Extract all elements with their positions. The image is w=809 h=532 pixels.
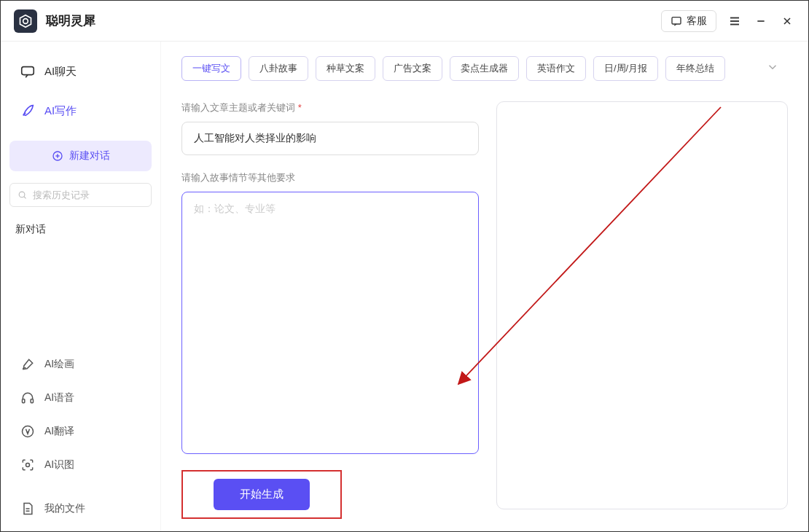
chevron-down-icon[interactable]	[757, 56, 788, 81]
new-chat-label: 新建对话	[69, 149, 110, 163]
translate-icon	[20, 423, 36, 439]
topic-label: 请输入文章主题或者关键词 *	[181, 101, 479, 114]
svg-point-1	[23, 18, 28, 23]
image-scan-icon	[20, 457, 36, 473]
sidebar-item-writing[interactable]: AI写作	[9, 94, 152, 128]
template-chip[interactable]: 英语作文	[526, 56, 586, 81]
minimize-icon[interactable]	[753, 13, 769, 29]
svg-rect-15	[23, 399, 25, 403]
template-chip[interactable]: 八卦故事	[249, 56, 308, 81]
output-panel	[496, 101, 788, 509]
generate-button[interactable]: 开始生成	[214, 479, 310, 510]
app-title: 聪明灵犀	[46, 12, 95, 29]
search-icon	[17, 189, 27, 200]
new-chat-button[interactable]: 新建对话	[9, 141, 152, 171]
template-chip[interactable]: 种草文案	[316, 56, 375, 81]
search-wrap[interactable]	[9, 183, 152, 207]
feather-icon	[20, 103, 36, 119]
template-chip[interactable]: 年终总结	[665, 56, 725, 81]
close-icon[interactable]	[779, 13, 795, 29]
sidebar-item-label: AI绘画	[44, 358, 74, 371]
support-button[interactable]: 客服	[661, 10, 716, 32]
sidebar-item-label: AI写作	[44, 104, 77, 118]
sidebar-item-label: AI聊天	[44, 65, 77, 79]
sidebar-item-files[interactable]: 我的文件	[9, 492, 152, 525]
support-label: 客服	[687, 15, 707, 28]
sidebar-item-draw[interactable]: AI绘画	[9, 348, 152, 381]
generate-highlight: 开始生成	[181, 470, 342, 519]
app-logo	[14, 9, 37, 33]
sidebar-item-imagerecog[interactable]: AI识图	[9, 448, 152, 482]
detail-label: 请输入故事情节等其他要求	[181, 171, 479, 184]
chat-icon	[20, 63, 36, 79]
chat-bubble-icon	[671, 15, 682, 27]
brush-icon	[20, 356, 36, 372]
form-section: 请输入文章主题或者关键词 * 请输入故事情节等其他要求 开始生成	[181, 101, 479, 519]
topic-input[interactable]	[181, 122, 479, 155]
template-chip[interactable]: 日/周/月报	[593, 56, 658, 81]
sidebar-item-label: 我的文件	[44, 502, 85, 515]
svg-rect-9	[22, 67, 34, 75]
template-chip[interactable]: 一键写文	[181, 56, 241, 81]
titlebar: 聪明灵犀 客服	[1, 1, 808, 42]
search-input[interactable]	[33, 189, 144, 200]
history-item[interactable]: 新对话	[9, 213, 152, 246]
template-chip[interactable]: 卖点生成器	[450, 56, 519, 81]
svg-rect-16	[31, 399, 33, 403]
svg-point-13	[19, 192, 25, 197]
sidebar-item-translate[interactable]: AI翻译	[9, 415, 152, 448]
main-area: 一键写文 八卦故事 种草文案 广告文案 卖点生成器 英语作文 日/周/月报 年终…	[161, 42, 808, 532]
sidebar-item-chat[interactable]: AI聊天	[9, 55, 152, 88]
sidebar-item-label: AI语音	[44, 391, 74, 404]
detail-textarea[interactable]	[181, 192, 479, 454]
svg-point-18	[26, 463, 30, 467]
svg-line-14	[24, 197, 26, 199]
sidebar-item-label: AI识图	[44, 458, 74, 472]
plus-circle-icon	[52, 150, 63, 162]
sidebar-item-voice[interactable]: AI语音	[9, 381, 152, 415]
menu-icon[interactable]	[727, 13, 743, 29]
sidebar-item-label: AI翻译	[44, 425, 74, 438]
template-chip[interactable]: 广告文案	[383, 56, 442, 81]
file-icon	[20, 501, 36, 517]
svg-rect-2	[672, 17, 681, 23]
template-row: 一键写文 八卦故事 种草文案 广告文案 卖点生成器 英语作文 日/周/月报 年终…	[181, 56, 788, 81]
sidebar: AI聊天 AI写作 新建对话 新对话 AI绘画	[1, 42, 161, 532]
headphones-icon	[20, 390, 36, 406]
svg-marker-0	[20, 15, 31, 27]
